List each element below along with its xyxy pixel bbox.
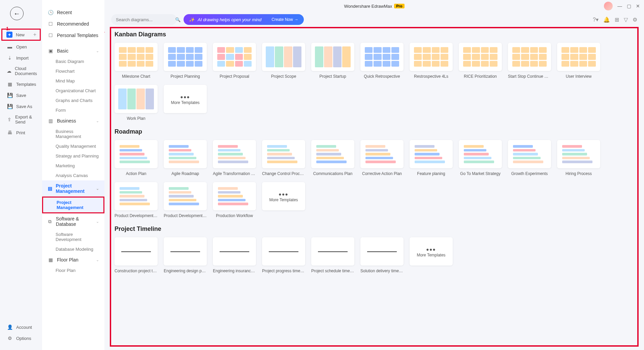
template-thumb bbox=[508, 140, 551, 168]
ai-banner[interactable]: ✨ AI drawing helps open your mind Create… bbox=[184, 14, 304, 25]
search-icon[interactable]: 🔍 bbox=[175, 17, 181, 22]
template-card[interactable]: Construction project timeli... bbox=[115, 237, 158, 273]
more-templates[interactable]: ••• More Templates bbox=[164, 85, 207, 121]
template-label: Solution delivery timeline bbox=[360, 269, 404, 273]
template-card[interactable]: Milestone Chart bbox=[115, 43, 158, 79]
avatar[interactable] bbox=[604, 2, 613, 10]
nav-templates[interactable]: ▦ Templates bbox=[0, 79, 42, 89]
template-thumb bbox=[115, 140, 158, 168]
bell-icon[interactable]: 🔔 bbox=[603, 16, 610, 23]
template-card[interactable]: Start Stop Continue Retros... bbox=[508, 43, 551, 79]
template-label: Project Scope bbox=[271, 74, 296, 79]
template-card[interactable]: RICE Prioritization bbox=[459, 43, 502, 79]
nav-label: Open bbox=[16, 44, 27, 49]
template-card[interactable]: Change Control Process bbox=[262, 140, 305, 176]
filter-icon[interactable]: ▽ bbox=[624, 16, 628, 23]
cat-sub-label: Organizational Chart bbox=[56, 88, 96, 93]
more-templates[interactable]: ••• More Templates bbox=[262, 182, 305, 218]
cat-sub[interactable]: Basic Diagram bbox=[42, 57, 104, 66]
cat-floor[interactable]: ▦ Floor Plan ⌄ bbox=[42, 254, 104, 266]
cat-sub-label: Quality Management bbox=[56, 144, 96, 149]
search-input[interactable] bbox=[116, 17, 172, 22]
cat-personal[interactable]: ☐ Personal Templates bbox=[42, 30, 104, 41]
nav-save-as[interactable]: 💾 Save As bbox=[0, 101, 42, 111]
more-templates[interactable]: ••• More Templates bbox=[410, 237, 453, 273]
template-card[interactable]: Hiring Process bbox=[557, 140, 600, 176]
cat-sub-project-management[interactable]: Project Management bbox=[42, 197, 104, 213]
cat-sub[interactable]: Form bbox=[42, 105, 104, 115]
template-card[interactable]: Project Scope bbox=[262, 43, 305, 79]
template-card[interactable]: Agile Roadmap bbox=[164, 140, 207, 176]
cat-sub[interactable]: Organizational Chart bbox=[42, 86, 104, 96]
template-card[interactable]: Restrospective 4Ls bbox=[410, 43, 453, 79]
template-card[interactable]: Action Plan bbox=[115, 140, 158, 176]
template-card[interactable]: Engineering design phase t... bbox=[164, 237, 207, 273]
template-card[interactable]: Solution delivery timeline bbox=[360, 237, 404, 273]
template-card[interactable]: Work Plan bbox=[115, 85, 158, 121]
template-card[interactable]: Growth Experiments bbox=[508, 140, 551, 176]
cat-sub[interactable]: Floor Plan bbox=[42, 266, 104, 275]
cat-sub[interactable]: Software Development bbox=[42, 230, 104, 244]
cat-sub[interactable]: Database Modeling bbox=[42, 244, 104, 254]
template-card[interactable]: Project Proposal bbox=[213, 43, 256, 79]
template-card[interactable]: Project Planning bbox=[164, 43, 207, 79]
cat-recommended[interactable]: ☐ Recommended bbox=[42, 18, 104, 30]
template-card[interactable]: Project schedule timeline bbox=[311, 237, 354, 273]
nav-options[interactable]: ⚙ Options bbox=[0, 333, 42, 343]
template-card[interactable]: Feature planing bbox=[410, 140, 453, 176]
template-card[interactable]: Quick Retrospective bbox=[360, 43, 404, 79]
nav-label: Export & Send bbox=[15, 114, 39, 125]
template-card[interactable]: Product Development Roa... bbox=[115, 182, 158, 218]
template-label: Work Plan bbox=[127, 116, 145, 121]
template-card[interactable]: Corrective Action Plan bbox=[360, 140, 404, 176]
template-card[interactable]: Go To Market Strategy bbox=[459, 140, 502, 176]
template-card[interactable]: Communications Plan bbox=[311, 140, 354, 176]
cat-sub[interactable]: Business Management bbox=[42, 127, 104, 141]
cat-project-management[interactable]: ▤ Project Management ⌄ bbox=[42, 180, 104, 197]
nav-import[interactable]: ⇣ Import bbox=[0, 53, 42, 63]
cat-sub[interactable]: Analysis Canvas bbox=[42, 171, 104, 180]
nav-print[interactable]: 🖶 Print bbox=[0, 128, 42, 138]
nav-export[interactable]: ⇪ Export & Send bbox=[0, 112, 42, 127]
help-icon[interactable]: ?▾ bbox=[593, 16, 599, 23]
nav-cloud[interactable]: ☁ Cloud Documents bbox=[0, 64, 42, 78]
cat-business[interactable]: ▥ Business ⌄ bbox=[42, 115, 104, 127]
nav-save[interactable]: 💾 Save bbox=[0, 90, 42, 100]
close-icon[interactable]: ✕ bbox=[636, 3, 640, 9]
back-button[interactable]: ← bbox=[10, 7, 24, 20]
search-box[interactable]: 🔍 bbox=[111, 14, 177, 25]
template-card[interactable]: Product Development Roa... bbox=[164, 182, 207, 218]
maximize-icon[interactable]: ▢ bbox=[627, 3, 631, 9]
nav-account[interactable]: 👤 Account bbox=[0, 322, 42, 332]
template-thumb bbox=[164, 182, 207, 210]
settings-icon[interactable]: ⚙ bbox=[633, 16, 637, 23]
template-card[interactable]: Agile Transformation Road... bbox=[213, 140, 256, 176]
timeline-grid: Construction project timeli... Engineeri… bbox=[115, 237, 634, 273]
minimize-icon[interactable]: — bbox=[617, 3, 622, 9]
template-label: Project progress timeline bbox=[262, 269, 305, 273]
cat-sub[interactable]: Strategy and Planning bbox=[42, 151, 104, 161]
roadmap-grid: Action Plan Agile Roadmap Agile Transfor… bbox=[115, 140, 634, 218]
cat-sub[interactable]: Flowchart bbox=[42, 66, 104, 76]
ai-create-button[interactable]: Create Now → bbox=[271, 17, 298, 22]
cat-sub[interactable]: Graphs and Charts bbox=[42, 96, 104, 105]
template-label: Product Development Roa... bbox=[164, 213, 207, 218]
cat-sub[interactable]: Quality Management bbox=[42, 141, 104, 151]
apps-icon[interactable]: ⊞ bbox=[615, 16, 619, 23]
cat-recent[interactable]: 🕓 Recent bbox=[42, 7, 104, 18]
cat-sub[interactable]: Marketing bbox=[42, 161, 104, 171]
template-label: Communications Plan bbox=[313, 171, 353, 176]
nav-open[interactable]: ▬ Open bbox=[0, 42, 42, 52]
cat-software[interactable]: ⧉ Software & Database ⌄ bbox=[42, 213, 104, 230]
template-card[interactable]: Engineering insurance effe... bbox=[213, 237, 256, 273]
template-card[interactable]: Project progress timeline bbox=[262, 237, 305, 273]
chevron-down-icon: ⌄ bbox=[96, 119, 99, 123]
software-icon: ⧉ bbox=[47, 218, 53, 224]
cat-basic[interactable]: ▣ Basic ⌄ bbox=[42, 45, 104, 57]
template-card[interactable]: User Interview bbox=[557, 43, 600, 79]
cat-sub[interactable]: Mind Map bbox=[42, 76, 104, 86]
topbar-right: ?▾ 🔔 ⊞ ▽ ⚙ bbox=[593, 16, 637, 23]
template-card[interactable]: Production Workflow bbox=[213, 182, 256, 218]
template-thumb bbox=[262, 140, 305, 168]
template-card[interactable]: Project Startup bbox=[311, 43, 354, 79]
